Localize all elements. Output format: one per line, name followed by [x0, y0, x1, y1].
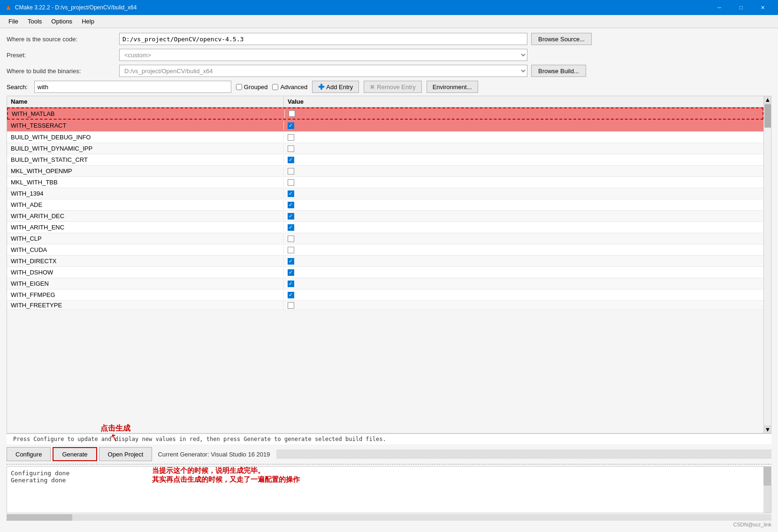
grouped-checkbox[interactable] — [236, 84, 242, 90]
table-scrollbar[interactable]: ▲ ▼ — [763, 96, 771, 433]
row-cell-value[interactable] — [284, 156, 763, 164]
search-label: Search: — [7, 84, 28, 91]
menu-options[interactable]: Options — [46, 16, 77, 27]
bottom-scrollbar[interactable] — [7, 514, 771, 521]
configure-button[interactable]: Configure — [7, 447, 51, 461]
log-section: Configuring done Generating done 当提示这个的时… — [7, 466, 771, 521]
row-cell-value[interactable] — [284, 133, 763, 142]
table-row[interactable]: WITH_FFMPEG — [7, 289, 763, 301]
checkbox-icon[interactable] — [288, 202, 294, 208]
row-cell-name: BUILD_WITH_DEBUG_INFO — [7, 133, 284, 142]
row-cell-value[interactable] — [284, 235, 763, 243]
build-label: Where to build the binaries: — [7, 68, 119, 75]
row-cell-name: WITH_MATLAB — [8, 109, 285, 118]
scroll-down-btn[interactable]: ▼ — [764, 426, 771, 433]
row-cell-name: WITH_CLP — [7, 234, 284, 243]
browse-source-button[interactable]: Browse Source... — [531, 33, 592, 45]
open-project-button[interactable]: Open Project — [99, 447, 153, 461]
table-row[interactable]: WITH_DSHOW — [7, 267, 763, 278]
title-icon: ▲ — [5, 3, 12, 12]
advanced-checkbox[interactable] — [272, 84, 278, 90]
table-row[interactable]: BUILD_WITH_STATIC_CRT — [7, 154, 763, 166]
preset-select[interactable]: <custom> — [119, 49, 527, 61]
table-row[interactable]: WITH_ARITH_DEC — [7, 211, 763, 222]
checkbox-icon[interactable] — [288, 258, 294, 265]
table-row[interactable]: BUILD_WITH_DYNAMIC_IPP — [7, 143, 763, 154]
row-cell-name: WITH_DSHOW — [7, 268, 284, 277]
table-row[interactable]: WITH_CUDA — [7, 244, 763, 256]
checkbox-icon[interactable] — [288, 269, 294, 276]
row-cell-value[interactable] — [285, 109, 763, 118]
checkbox-icon[interactable] — [288, 190, 294, 197]
preset-row: Preset: <custom> — [7, 49, 771, 61]
menu-file[interactable]: File — [4, 16, 23, 27]
table-row[interactable]: MKL_WITH_OPENMP — [7, 166, 763, 177]
environment-button[interactable]: Environment... — [427, 81, 478, 93]
row-cell-value[interactable] — [284, 144, 763, 153]
table-row[interactable]: WITH_1394 — [7, 188, 763, 199]
checkbox-icon[interactable] — [288, 224, 294, 231]
table-row[interactable]: WITH_FREETYPE — [7, 301, 763, 310]
row-cell-value[interactable] — [284, 190, 763, 198]
remove-entry-button[interactable]: ✖ Remove Entry — [364, 81, 421, 93]
table-row[interactable]: WITH_DIRECTX — [7, 256, 763, 267]
table-row[interactable]: WITH_EIGEN — [7, 278, 763, 289]
table-row[interactable]: BUILD_WITH_DEBUG_INFO — [7, 132, 763, 143]
source-input[interactable] — [119, 33, 527, 45]
log-line-1: Configuring done — [11, 470, 760, 477]
scroll-track — [764, 104, 771, 426]
checkbox-icon[interactable] — [289, 110, 295, 117]
checkbox-icon[interactable] — [288, 179, 294, 186]
row-cell-value[interactable] — [284, 257, 763, 266]
add-entry-button[interactable]: ✚ Add Entry — [312, 81, 359, 93]
scroll-thumb[interactable] — [764, 104, 771, 128]
close-button[interactable]: ✕ — [752, 0, 773, 15]
row-cell-value[interactable] — [284, 212, 763, 220]
checkbox-icon[interactable] — [288, 168, 294, 175]
build-input[interactable]: D:/vs_project/OpenCV/bulid_x64 — [119, 65, 527, 77]
row-cell-value[interactable] — [284, 301, 763, 310]
watermark: CSDN@scz_link — [7, 522, 771, 527]
menu-help[interactable]: Help — [77, 16, 99, 27]
row-cell-value[interactable] — [284, 223, 763, 232]
table-scroll-area: Name Value WITH_MATLAB WITH_TESSERACT — [7, 96, 763, 433]
generate-button[interactable]: Generate — [53, 447, 97, 461]
row-cell-value[interactable] — [284, 291, 763, 299]
checkbox-icon[interactable] — [288, 213, 294, 220]
plus-icon: ✚ — [318, 83, 324, 91]
table-row[interactable]: WITH_TESSERACT — [7, 120, 763, 132]
table-row[interactable]: WITH_CLP — [7, 233, 763, 244]
table-row[interactable]: MKL_WITH_TBB — [7, 177, 763, 188]
row-cell-value[interactable] — [284, 201, 763, 209]
checkbox-icon[interactable] — [288, 302, 294, 309]
row-cell-value[interactable] — [284, 246, 763, 254]
checkbox-icon[interactable] — [288, 157, 294, 163]
search-input[interactable] — [34, 81, 231, 93]
bottom-scrollbar-thumb[interactable] — [7, 514, 72, 521]
row-cell-value[interactable] — [284, 178, 763, 187]
checkbox-icon[interactable] — [288, 292, 294, 298]
row-cell-value[interactable] — [284, 268, 763, 277]
checkbox-icon[interactable] — [288, 134, 294, 141]
minimize-button[interactable]: ─ — [709, 0, 730, 15]
row-cell-name: WITH_ARITH_ENC — [7, 223, 284, 232]
log-scrollbar-thumb[interactable] — [763, 467, 771, 486]
checkbox-icon[interactable] — [288, 145, 294, 152]
checkbox-icon[interactable] — [288, 122, 294, 129]
row-cell-value[interactable] — [284, 167, 763, 175]
row-cell-value[interactable] — [284, 280, 763, 288]
checkbox-icon[interactable] — [288, 281, 294, 287]
table-row[interactable]: WITH_MATLAB — [7, 107, 763, 120]
table-row[interactable]: WITH_ADE — [7, 199, 763, 211]
scroll-up-btn[interactable]: ▲ — [764, 96, 771, 104]
browse-build-button[interactable]: Browse Build... — [531, 65, 586, 77]
maximize-button[interactable]: □ — [730, 0, 752, 15]
table-row[interactable]: WITH_ARITH_ENC — [7, 222, 763, 233]
row-cell-name: BUILD_WITH_STATIC_CRT — [7, 155, 284, 164]
log-scrollbar[interactable] — [763, 467, 771, 513]
checkbox-icon[interactable] — [288, 236, 294, 242]
table-header: Name Value — [7, 96, 763, 107]
row-cell-value[interactable] — [284, 122, 763, 130]
menu-tools[interactable]: Tools — [23, 16, 46, 27]
checkbox-icon[interactable] — [288, 247, 294, 253]
